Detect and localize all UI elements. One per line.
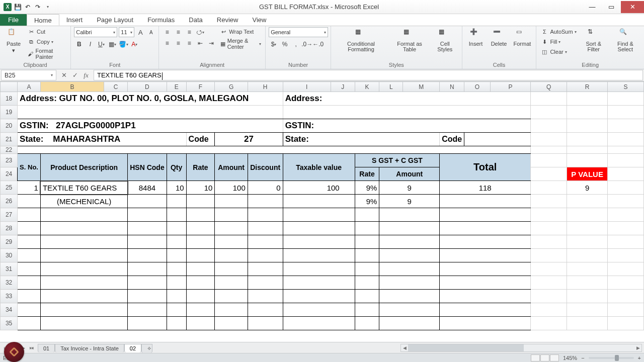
bold-button[interactable]: B (74, 39, 84, 49)
font-name-combo[interactable]: Calibri▾ (74, 27, 117, 37)
name-box[interactable]: B25▾ (1, 70, 56, 80)
cancel-edit-icon[interactable]: ✕ (59, 71, 68, 79)
horizontal-scrollbar[interactable]: ◀▶ (152, 344, 644, 352)
number-format-combo[interactable]: General▾ (269, 27, 328, 37)
excel-icon[interactable]: X (3, 3, 12, 12)
font-size-combo[interactable]: 11▾ (119, 27, 134, 37)
sort-filter-button[interactable]: ⇅Sort & Filter (580, 27, 608, 53)
sheet-tab-01[interactable]: 01 (38, 344, 55, 352)
save-icon[interactable]: 💾 (13, 3, 22, 12)
row-25[interactable]: 25 1 TEXTILE T60 GEARS 8484 10 10 100 0 … (1, 181, 644, 195)
page-layout-view-icon[interactable] (540, 354, 549, 361)
find-select-button[interactable]: 🔍Find & Select (610, 27, 641, 53)
sheet-tab-tax-invoice[interactable]: Tax Invoice - Intra State (55, 344, 124, 352)
row-28[interactable]: 28 (1, 222, 644, 235)
font-color-button[interactable]: A▾ (129, 39, 139, 49)
row-23[interactable]: 23 S. No. Product Description HSN Code Q… (1, 154, 644, 167)
decrease-decimal-button[interactable]: ←.0 (313, 39, 323, 49)
zoom-in-button[interactable]: + (638, 355, 641, 361)
align-bottom-button[interactable]: ≡ (184, 27, 194, 37)
row-21[interactable]: 21 State: MAHARASHTRA Code 27 State: Cod… (1, 133, 644, 146)
fx-icon[interactable]: fx (82, 71, 91, 79)
increase-decimal-button[interactable]: .0→ (302, 39, 312, 49)
align-top-button[interactable]: ≡ (162, 27, 172, 37)
row-19[interactable]: 19 (1, 106, 644, 119)
copy-button[interactable]: ⧉Copy▾ (26, 37, 67, 46)
tab-formulas[interactable]: Formulas (140, 14, 182, 26)
new-sheet-button[interactable]: ✧ (141, 344, 152, 353)
row-34[interactable]: 34 (1, 303, 644, 317)
undo-icon[interactable]: ↶ (23, 3, 32, 12)
row-26[interactable]: 26 (MECHENICAL) 9% 9 (1, 195, 644, 208)
tab-home[interactable]: Home (27, 14, 59, 26)
tab-insert[interactable]: Insert (59, 14, 90, 26)
underline-button[interactable]: U▾ (96, 39, 106, 49)
minimize-button[interactable]: — (583, 1, 602, 13)
format-painter-button[interactable]: 🖌Format Painter (26, 47, 67, 60)
view-buttons[interactable] (531, 354, 559, 361)
close-button[interactable]: ✕ (621, 1, 644, 13)
tab-data[interactable]: Data (182, 14, 209, 26)
percent-button[interactable]: % (280, 39, 290, 49)
page-break-view-icon[interactable] (550, 354, 559, 361)
tab-view[interactable]: View (245, 14, 273, 26)
row-20[interactable]: 20 GSTIN: 27AGLPG0000P1P1 GSTIN: (1, 119, 644, 133)
conditional-formatting-button[interactable]: ▦Conditional Formatting (334, 27, 388, 53)
delete-cells-button[interactable]: ➖Delete (489, 27, 510, 48)
row-27[interactable]: 27 (1, 208, 644, 222)
wrap-text-button[interactable]: ↩Wrap Text (218, 27, 262, 36)
row-32[interactable]: 32 (1, 276, 644, 290)
orientation-button[interactable]: ⭯▾ (195, 27, 205, 37)
currency-button[interactable]: $▾ (269, 39, 279, 49)
row-29[interactable]: 29 (1, 235, 644, 249)
align-center-button[interactable]: ≡ (173, 38, 183, 48)
fill-color-button[interactable]: 🪣▾ (118, 39, 128, 49)
row-18[interactable]: 18 Address: GUT NO. 00, PLOT NO. 0, GOSL… (1, 92, 644, 106)
tab-file[interactable]: File (0, 14, 27, 26)
italic-button[interactable]: I (85, 39, 95, 49)
normal-view-icon[interactable] (531, 354, 540, 361)
group-label: Editing (539, 62, 641, 69)
fill-button[interactable]: ⬇Fill▾ (539, 37, 577, 46)
redo-icon[interactable]: ↷ (33, 3, 42, 12)
row-31[interactable]: 31 (1, 262, 644, 276)
sheet-tab-02[interactable]: 02 (124, 344, 141, 352)
zoom-level[interactable]: 145% (563, 355, 577, 361)
row-33[interactable]: 33 (1, 290, 644, 303)
restore-button[interactable]: ▭ (602, 1, 621, 13)
cut-button[interactable]: ✂Cut (26, 27, 67, 36)
row-22[interactable]: 22 (1, 146, 644, 154)
border-button[interactable]: ▦▾ (107, 39, 117, 49)
merge-center-button[interactable]: ▦Merge & Center▾ (218, 37, 262, 50)
row-30[interactable]: 30 (1, 249, 644, 262)
comma-button[interactable]: , (291, 39, 301, 49)
row-35[interactable]: 35 (1, 317, 644, 330)
align-left-button[interactable]: ≡ (162, 38, 172, 48)
qat-customize-icon[interactable]: ▾ (43, 3, 52, 12)
zoom-out-button[interactable]: − (581, 355, 584, 361)
confirm-edit-icon[interactable]: ✓ (70, 71, 79, 79)
last-sheet-icon[interactable]: ⏭ (28, 344, 36, 352)
align-middle-button[interactable]: ≡ (173, 27, 183, 37)
autosum-button[interactable]: ΣAutoSum▾ (539, 27, 577, 36)
cell-styles-button[interactable]: ▦Cell Styles (431, 27, 458, 53)
decrease-indent-button[interactable]: ⇤ (195, 38, 205, 48)
column-headers[interactable]: ABCDEFGHIJKLMNOPQRS (1, 82, 644, 92)
tab-review[interactable]: Review (210, 14, 246, 26)
formula-input[interactable]: TEXTILE T60 GEARS (94, 70, 643, 80)
format-as-table-button[interactable]: ▦Format as Table (390, 27, 429, 53)
increase-indent-button[interactable]: ⇥ (206, 38, 216, 48)
select-all-button[interactable] (1, 82, 18, 92)
tab-page-layout[interactable]: Page Layout (90, 14, 140, 26)
zoom-slider[interactable] (589, 357, 634, 359)
merge-icon: ▦ (219, 40, 225, 48)
window-title: GST BILL FORMAT.xlsx - Microsoft Excel (55, 3, 583, 11)
worksheet-grid[interactable]: ABCDEFGHIJKLMNOPQRS 18 Address: GUT NO. … (0, 81, 644, 342)
paste-button[interactable]: 📋 Paste▾ (3, 27, 24, 54)
insert-cells-button[interactable]: ➕Insert (465, 27, 487, 48)
format-cells-button[interactable]: ▭Format (512, 27, 533, 48)
grow-font-button[interactable]: A (136, 27, 145, 37)
align-right-button[interactable]: ≡ (184, 38, 194, 48)
shrink-font-button[interactable]: A (146, 27, 155, 37)
clear-button[interactable]: ◫Clear▾ (539, 47, 577, 56)
